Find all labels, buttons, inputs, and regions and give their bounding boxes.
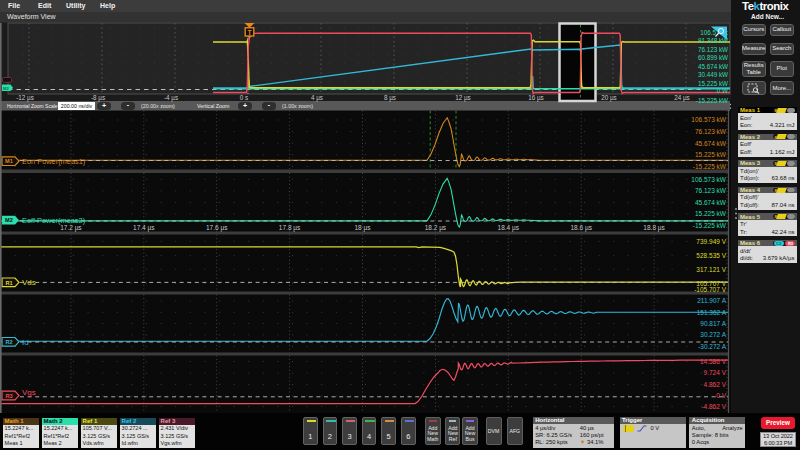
svg-text:R2: R2 bbox=[5, 339, 12, 345]
svg-text:24 µs: 24 µs bbox=[674, 94, 690, 102]
svg-text:-4 µs: -4 µs bbox=[164, 94, 178, 102]
svg-text:-15.225 kW: -15.225 kW bbox=[693, 222, 727, 229]
svg-text:60.899 kW: 60.899 kW bbox=[698, 54, 728, 61]
svg-text:76.123 kW: 76.123 kW bbox=[695, 128, 727, 135]
svg-text:Vds: Vds bbox=[22, 278, 36, 287]
svg-text:-15.225 kW: -15.225 kW bbox=[696, 97, 728, 104]
svg-text:739.949 V: 739.949 V bbox=[696, 238, 726, 245]
svg-text:M1: M1 bbox=[5, 158, 13, 164]
svg-text:18.4 µs: 18.4 µs bbox=[498, 224, 520, 232]
svg-text:30.272 A: 30.272 A bbox=[700, 331, 726, 338]
svg-text:16 µs: 16 µs bbox=[528, 94, 544, 102]
svg-text:-4.862 V: -4.862 V bbox=[701, 403, 726, 410]
svg-text:0 s: 0 s bbox=[240, 94, 248, 101]
svg-text:-30.272 A: -30.272 A bbox=[698, 343, 726, 350]
svg-text:30.449 kW: 30.449 kW bbox=[698, 71, 728, 78]
svg-text:17.8 µs: 17.8 µs bbox=[279, 224, 301, 232]
svg-text:4.862 V: 4.862 V bbox=[704, 381, 727, 388]
svg-text:20 µs: 20 µs bbox=[601, 94, 617, 102]
svg-text:317.121 V: 317.121 V bbox=[696, 266, 726, 273]
svg-text:14.586 V: 14.586 V bbox=[700, 358, 727, 365]
svg-text:12 µs: 12 µs bbox=[455, 94, 471, 102]
svg-text:0 W: 0 W bbox=[717, 87, 728, 94]
svg-text:18.2 µs: 18.2 µs bbox=[425, 224, 447, 232]
svg-text:106.573 kW: 106.573 kW bbox=[691, 116, 727, 123]
svg-text:4 µs: 4 µs bbox=[311, 94, 323, 102]
svg-text:8 µs: 8 µs bbox=[384, 94, 396, 102]
svg-text:-15.225 kW: -15.225 kW bbox=[693, 163, 727, 170]
svg-text:18.6 µs: 18.6 µs bbox=[570, 224, 592, 232]
svg-text:M2: M2 bbox=[5, 217, 13, 223]
svg-text:15.225 kW: 15.225 kW bbox=[695, 210, 727, 217]
svg-text:Eon Power(meas1): Eon Power(meas1) bbox=[22, 157, 85, 166]
svg-text:76.123 kW: 76.123 kW bbox=[698, 46, 728, 53]
svg-text:15.225 kW: 15.225 kW bbox=[695, 151, 727, 158]
svg-text:17.4 µs: 17.4 µs bbox=[133, 224, 155, 232]
svg-text:-105.707 V: -105.707 V bbox=[694, 286, 726, 293]
svg-text:15.225 kW: 15.225 kW bbox=[698, 80, 728, 87]
svg-text:R3: R3 bbox=[5, 393, 12, 399]
svg-text:45.674 kW: 45.674 kW bbox=[695, 199, 727, 206]
svg-text:91.348 kW: 91.348 kW bbox=[698, 37, 728, 44]
svg-text:45.674 kW: 45.674 kW bbox=[698, 63, 728, 70]
svg-text:M2: M2 bbox=[3, 86, 9, 91]
svg-text:0 V: 0 V bbox=[716, 392, 726, 399]
svg-text:Eoff Power(meas2): Eoff Power(meas2) bbox=[22, 216, 85, 225]
svg-text:528.535 V: 528.535 V bbox=[696, 252, 726, 259]
svg-text:76.123 kW: 76.123 kW bbox=[695, 187, 727, 194]
svg-text:-8 µs: -8 µs bbox=[91, 94, 105, 102]
svg-text:-12 µs: -12 µs bbox=[16, 94, 34, 102]
svg-text:106.573 kW: 106.573 kW bbox=[691, 176, 727, 183]
svg-text:90.817 A: 90.817 A bbox=[700, 320, 726, 327]
svg-text:45.674 kW: 45.674 kW bbox=[695, 140, 727, 147]
svg-text:9.724 V: 9.724 V bbox=[704, 369, 727, 376]
svg-text:Vgs: Vgs bbox=[22, 388, 36, 397]
svg-text:17.6 µs: 17.6 µs bbox=[206, 224, 228, 232]
svg-text:17.2 µs: 17.2 µs bbox=[60, 224, 82, 232]
svg-text:211.907 A: 211.907 A bbox=[697, 297, 726, 304]
svg-text:R1: R1 bbox=[5, 280, 12, 286]
svg-text:Id: Id bbox=[22, 338, 29, 347]
svg-text:18.8 µs: 18.8 µs bbox=[643, 224, 665, 232]
svg-text:18 µs: 18 µs bbox=[354, 224, 371, 232]
